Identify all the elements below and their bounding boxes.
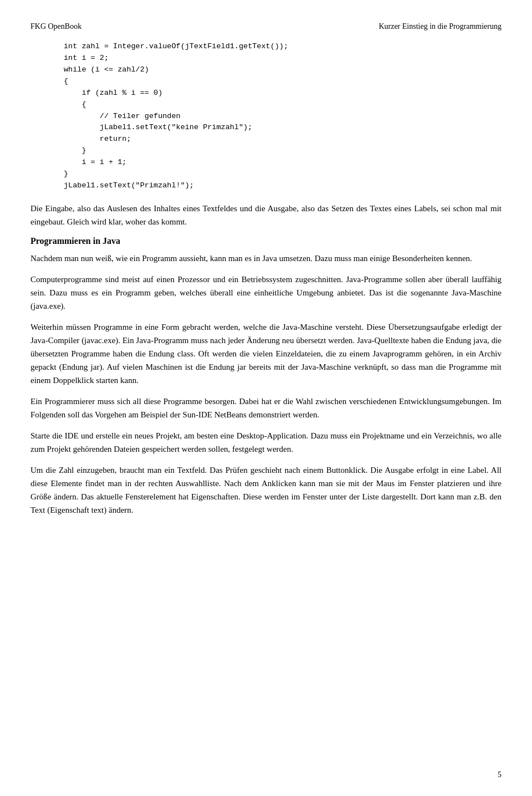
paragraph-3: Computerprogramme sind meist auf einen P… xyxy=(30,273,502,313)
paragraph-7: Um die Zahl einzugeben, braucht man ein … xyxy=(30,463,502,517)
section-heading-java: Programmieren in Java xyxy=(30,236,502,246)
paragraph-1: Die Eingabe, also das Auslesen des Inhal… xyxy=(30,202,502,228)
header-right: Kurzer Einstieg in die Programmierung xyxy=(378,22,502,31)
code-block: int zahl = Integer.valueOf(jTextField1.g… xyxy=(64,41,502,192)
page: FKG OpenBook Kurzer Einstieg in die Prog… xyxy=(0,0,532,796)
paragraph-2: Nachdem man nun weiß, wie ein Programm a… xyxy=(30,252,502,265)
paragraph-4: Weiterhin müssen Programme in eine Form … xyxy=(30,320,502,387)
page-header: FKG OpenBook Kurzer Einstieg in die Prog… xyxy=(30,22,502,31)
page-number: 5 xyxy=(498,771,502,779)
paragraph-6: Starte die IDE und erstelle ein neues Pr… xyxy=(30,429,502,456)
page-footer: 5 xyxy=(498,771,502,779)
header-left: FKG OpenBook xyxy=(30,22,81,31)
paragraph-5: Ein Programmierer muss sich all diese Pr… xyxy=(30,395,502,421)
